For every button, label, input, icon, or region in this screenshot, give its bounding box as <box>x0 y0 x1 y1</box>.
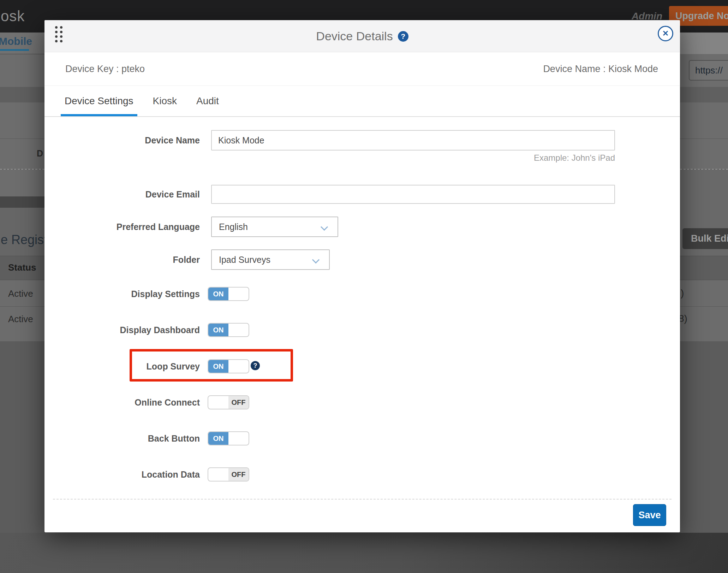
bg-page <box>0 341 44 533</box>
location-data-toggle[interactable]: OFF <box>208 467 249 482</box>
modal-tabbar: Device Settings Kiosk Audit <box>44 86 680 117</box>
bg-panel <box>0 54 44 87</box>
bg-band <box>0 87 44 102</box>
loop-survey-label: Loop Survey <box>44 359 200 373</box>
folder-select[interactable]: Ipad Surveys <box>211 249 330 270</box>
table-header-row <box>680 256 728 280</box>
toggle-on-state: ON <box>208 360 228 373</box>
close-icon[interactable]: ✕ <box>658 26 673 41</box>
footer-dashed-divider <box>53 499 672 500</box>
online-connect-toggle[interactable]: OFF <box>208 395 249 409</box>
chevron-down-icon <box>312 256 320 264</box>
display-dashboard-label: Display Dashboard <box>44 323 200 337</box>
bg-panel <box>0 170 44 196</box>
folder-label: Folder <box>44 249 200 270</box>
save-button[interactable]: Save <box>633 504 666 526</box>
device-name-input[interactable] <box>211 130 615 150</box>
device-name-hint: Example: John's iPad <box>211 153 615 164</box>
bg-partial-label: D <box>37 148 43 159</box>
device-registration-heading-fragment: e Registr <box>1 232 52 247</box>
online-connect-label: Online Connect <box>44 395 200 409</box>
toggle-on-state: ON <box>208 324 228 336</box>
bulk-edit-button[interactable]: Bulk Edit <box>682 228 728 249</box>
bg-panel <box>0 208 44 256</box>
device-email-label: Device Email <box>44 185 200 204</box>
bg-band-dark <box>0 196 44 208</box>
status-column-header: Status <box>8 262 36 273</box>
screen: osk Admin Upgrade Now Mobile D e Registr… <box>0 0 728 573</box>
help-icon[interactable]: ? <box>398 31 408 42</box>
device-name-label: Device Name <box>44 130 200 150</box>
back-button-toggle[interactable]: ON <box>208 431 249 445</box>
preferred-language-select[interactable]: English <box>211 217 338 237</box>
tab-mobile[interactable]: Mobile <box>0 35 34 49</box>
brand-logo-fragment: osk <box>1 0 25 33</box>
toggle-on-state: ON <box>208 288 228 300</box>
tab-mobile-underline <box>0 49 29 51</box>
chevron-down-icon <box>321 223 328 231</box>
table-cell-fragment: ) <box>681 288 684 299</box>
bg-right-toolbar <box>680 33 728 54</box>
bg-panel <box>680 138 728 169</box>
device-details-modal: Device Details ? ✕ Device Key : pteko De… <box>44 20 680 532</box>
toggle-off-state: OFF <box>228 396 249 409</box>
toggle-on-state: ON <box>208 432 228 445</box>
location-data-label: Location Data <box>44 467 200 482</box>
display-dashboard-toggle[interactable]: ON <box>208 323 249 337</box>
device-key-text: Device Key : pteko <box>65 64 145 75</box>
loop-survey-toggle[interactable]: ON <box>208 359 249 373</box>
folder-value: Ipad Surveys <box>219 255 270 265</box>
bg-page <box>680 341 728 533</box>
bg-panel <box>0 102 44 138</box>
display-settings-label: Display Settings <box>44 287 200 301</box>
device-email-input[interactable] <box>211 185 615 204</box>
bg-band <box>680 87 728 102</box>
modal-title: Device Details <box>316 29 393 43</box>
tab-kiosk[interactable]: Kiosk <box>149 86 181 116</box>
modal-title-row: Device Details ? <box>44 20 680 52</box>
toggle-off-state: OFF <box>228 468 249 481</box>
modal-subheader: Device Key : pteko Device Name : Kiosk M… <box>44 52 680 86</box>
back-button-label: Back Button <box>44 431 200 445</box>
bg-overlay-bottom <box>0 533 728 573</box>
bg-panel <box>680 102 728 138</box>
loop-survey-help-icon[interactable]: ? <box>251 361 260 370</box>
table-row <box>680 280 728 306</box>
device-name-text: Device Name : Kiosk Mode <box>543 64 658 75</box>
url-field-fragment[interactable]: https:// <box>689 60 728 81</box>
tab-device-settings[interactable]: Device Settings <box>61 86 137 116</box>
preferred-language-label: Preferred Language <box>44 217 200 237</box>
tab-audit[interactable]: Audit <box>192 86 223 116</box>
status-cell: Active <box>8 288 33 299</box>
display-settings-toggle[interactable]: ON <box>208 287 249 301</box>
preferred-language-value: English <box>219 222 248 232</box>
status-cell: Active <box>8 314 33 325</box>
